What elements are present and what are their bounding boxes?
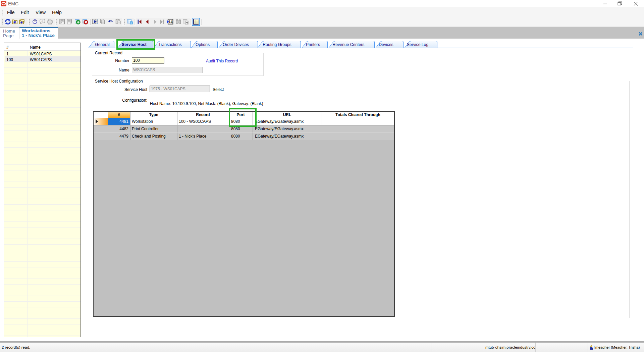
svg-text:Options: Options — [196, 42, 210, 47]
svg-text:Revenue Centers: Revenue Centers — [333, 42, 365, 47]
svg-text:Routing Groups: Routing Groups — [263, 42, 291, 47]
svg-text:Order Devices: Order Devices — [223, 42, 249, 47]
svg-text:Transactions: Transactions — [158, 42, 181, 47]
svg-text:General: General — [95, 42, 109, 47]
svg-text:Printers: Printers — [306, 42, 320, 47]
svg-text:14: 14 — [169, 20, 173, 24]
svg-text:Devices: Devices — [379, 42, 393, 47]
svg-text:é: é — [42, 19, 43, 23]
svg-text:Service Log: Service Log — [407, 42, 428, 47]
